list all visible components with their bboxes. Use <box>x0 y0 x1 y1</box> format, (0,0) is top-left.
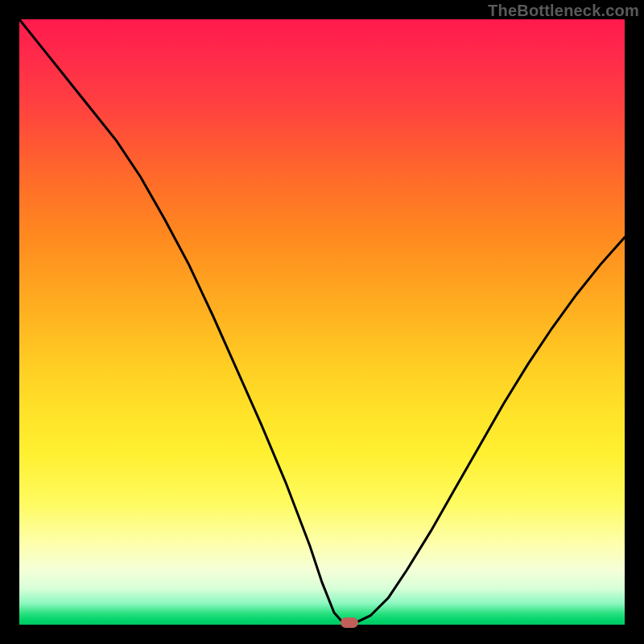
chart-frame: TheBottleneck.com <box>0 0 644 644</box>
curve-line <box>19 19 625 623</box>
watermark: TheBottleneck.com <box>488 2 639 20</box>
bottleneck-curve <box>19 19 625 625</box>
optimal-marker <box>341 617 358 628</box>
plot-area <box>19 19 625 625</box>
